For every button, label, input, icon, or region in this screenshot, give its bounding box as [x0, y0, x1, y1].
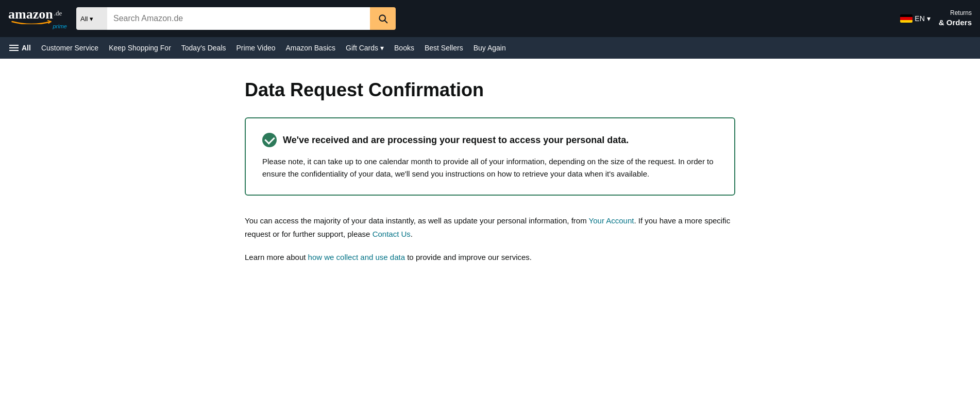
prime-label: prime [53, 23, 67, 29]
nav-prime-video-label: Prime Video [236, 44, 276, 52]
nav-amazon-basics-label: Amazon Basics [286, 44, 335, 52]
logo[interactable]: amazon .de prime [8, 8, 70, 29]
nav-books[interactable]: Books [389, 37, 419, 59]
nav-customer-service[interactable]: Customer Service [36, 37, 104, 59]
your-account-link[interactable]: Your Account [589, 216, 634, 225]
returns-label: Returns [939, 9, 972, 18]
body-paragraph-2: Learn more about how we collect and use … [245, 251, 735, 264]
chevron-down-icon: ▾ [90, 15, 93, 23]
header-right: EN ▾ Returns & Orders [900, 9, 972, 27]
orders-label: & Orders [939, 18, 972, 28]
paragraph1-before: You can access the majority of your data… [245, 216, 589, 225]
language-chevron-icon: ▾ [927, 14, 931, 23]
contact-us-link[interactable]: Contact Us [373, 230, 411, 238]
nav-all-button[interactable]: All [4, 37, 36, 59]
paragraph2-after: to provide and improve our services. [405, 253, 532, 261]
data-collection-link[interactable]: how we collect and use data [308, 253, 405, 261]
confirmation-heading: We've received and are processing your r… [283, 135, 629, 146]
main-content: Data Request Confirmation We've received… [232, 59, 748, 305]
returns-orders-button[interactable]: Returns & Orders [939, 9, 972, 27]
nav-buy-again-label: Buy Again [474, 44, 506, 52]
confirmation-body-text: Please note, it can take up to one calen… [262, 155, 718, 180]
nav-todays-deals[interactable]: Today's Deals [176, 37, 231, 59]
nav-gift-cards[interactable]: Gift Cards ▾ [341, 37, 389, 59]
search-category-label: All [80, 15, 88, 23]
nav-customer-service-label: Customer Service [41, 44, 98, 52]
nav-keep-shopping[interactable]: Keep Shopping For [104, 37, 176, 59]
search-input[interactable] [107, 7, 370, 30]
nav-todays-deals-label: Today's Deals [181, 44, 226, 52]
nav-books-label: Books [394, 44, 414, 52]
language-code: EN [915, 14, 924, 23]
search-button[interactable] [370, 7, 396, 30]
page-title: Data Request Confirmation [245, 79, 735, 101]
paragraph1-end: . [411, 230, 413, 238]
paragraph2-before: Learn more about [245, 253, 308, 261]
nav-gift-cards-label: Gift Cards [346, 44, 378, 52]
germany-flag-icon [900, 14, 913, 23]
nav-amazon-basics[interactable]: Amazon Basics [281, 37, 341, 59]
confirmation-box: We've received and are processing your r… [245, 117, 735, 196]
search-icon [378, 13, 388, 24]
body-paragraph-1: You can access the majority of your data… [245, 214, 735, 240]
confirmation-header: We've received and are processing your r… [262, 133, 718, 147]
nav-prime-video[interactable]: Prime Video [231, 37, 281, 59]
language-selector[interactable]: EN ▾ [900, 14, 930, 23]
site-header: amazon .de prime All ▾ EN ▾ [0, 0, 980, 37]
nav-all-label: All [22, 44, 31, 52]
navbar: All Customer Service Keep Shopping For T… [0, 37, 980, 59]
svg-line-1 [385, 21, 387, 23]
logo-de-text: .de [54, 10, 62, 16]
search-category-dropdown[interactable]: All ▾ [76, 7, 107, 30]
gift-cards-chevron-icon: ▾ [380, 44, 384, 52]
amazon-smile-icon [8, 19, 55, 24]
nav-keep-shopping-label: Keep Shopping For [109, 44, 171, 52]
search-bar: All ▾ [76, 7, 396, 30]
nav-buy-again[interactable]: Buy Again [468, 37, 511, 59]
nav-best-sellers[interactable]: Best Sellers [419, 37, 468, 59]
hamburger-icon [9, 45, 19, 51]
nav-best-sellers-label: Best Sellers [425, 44, 463, 52]
success-check-icon [262, 133, 277, 147]
